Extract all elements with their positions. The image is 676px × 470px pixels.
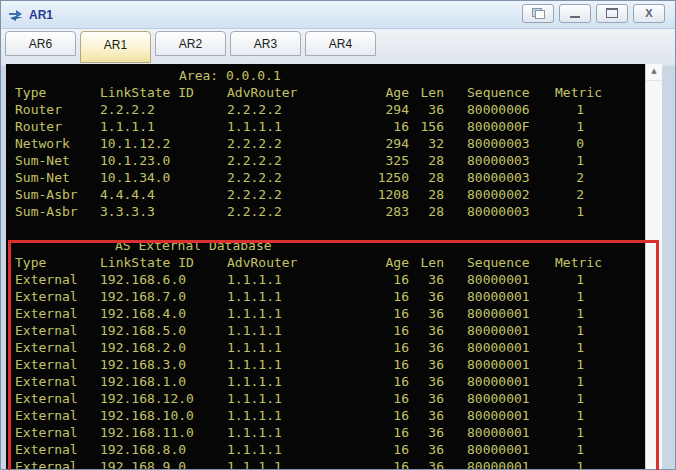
table-cell: 192.168.7.0 (100, 288, 186, 305)
table-cell: Router (15, 101, 62, 118)
table-cell: 16 (336, 441, 409, 458)
area-table-header: TypeLinkState IDAdvRouterAgeLenSequenceM… (6, 84, 646, 101)
tab-ar1[interactable]: AR1 (80, 31, 151, 63)
topmost-button[interactable] (522, 4, 554, 23)
table-cell: Metric (555, 254, 602, 271)
table-cell: External (15, 305, 78, 322)
table-cell: Network (15, 135, 70, 152)
table-cell: 28 (412, 186, 444, 203)
app-icon (8, 7, 24, 23)
external-table: External192.168.6.01.1.1.11636800000011E… (6, 271, 646, 469)
table-cell: 1.1.1.1 (227, 118, 282, 135)
table-cell: External (15, 288, 78, 305)
table-cell: 80000001 (467, 424, 530, 441)
table-cell: 2 (522, 169, 584, 186)
tab-bar: AR6 AR1 AR2 AR3 AR4 (1, 29, 675, 66)
table-cell: 10.1.12.2 (100, 135, 170, 152)
table-cell: 1 (522, 373, 584, 390)
tab-ar4[interactable]: AR4 (305, 31, 376, 56)
table-cell: 16 (336, 390, 409, 407)
tab-ar3[interactable]: AR3 (230, 31, 301, 56)
table-cell: 16 (336, 373, 409, 390)
table-row: External192.168.1.01.1.1.11636800000011 (6, 373, 646, 390)
table-cell: 1 (522, 203, 584, 220)
table-cell: 16 (336, 118, 409, 135)
layers-icon (532, 8, 545, 19)
table-row: External192.168.12.01.1.1.11636800000011 (6, 390, 646, 407)
area-table: Router2.2.2.22.2.2.229436800000061Router… (6, 101, 646, 220)
table-cell: 80000001 (467, 356, 530, 373)
table-cell: Sequence (467, 254, 530, 271)
table-cell: 2.2.2.2 (227, 186, 282, 203)
table-cell: 32 (412, 135, 444, 152)
table-cell: 1 (522, 118, 584, 135)
table-row: Network10.1.12.22.2.2.229432800000030 (6, 135, 646, 152)
scrollbar[interactable]: ▲ (645, 64, 662, 469)
table-cell: 1.1.1.1 (100, 118, 155, 135)
table-cell: 28 (412, 152, 444, 169)
table-cell: 1.1.1.1 (227, 322, 282, 339)
table-cell: LinkState ID (100, 84, 194, 101)
table-row: Router2.2.2.22.2.2.229436800000061 (6, 101, 646, 118)
table-cell: 16 (336, 305, 409, 322)
table-cell: 10.1.34.0 (100, 169, 170, 186)
scroll-up-arrow-icon[interactable]: ▲ (646, 64, 662, 81)
table-cell: 2.2.2.2 (100, 101, 155, 118)
table-cell: 1.1.1.1 (227, 424, 282, 441)
terminal-output[interactable]: Area: 0.0.0.1 TypeLinkState IDAdvRouterA… (6, 64, 662, 469)
table-cell: 294 (336, 101, 409, 118)
blank-line (6, 220, 646, 237)
table-cell: 36 (412, 458, 444, 469)
table-cell: 1 (522, 339, 584, 356)
table-cell: Router (15, 118, 62, 135)
minimize-button[interactable] (559, 4, 591, 23)
area-title: Area: 0.0.0.1 (179, 67, 281, 84)
external-title: AS External Database (115, 237, 272, 254)
table-cell: 16 (336, 339, 409, 356)
table-cell: 1 (522, 322, 584, 339)
close-icon: X (645, 8, 652, 19)
table-cell: 16 (336, 322, 409, 339)
table-cell: 1 (522, 390, 584, 407)
table-cell: External (15, 458, 78, 469)
table-cell: 28 (412, 169, 444, 186)
table-cell: 80000001 (467, 390, 530, 407)
table-row: External192.168.11.01.1.1.11636800000011 (6, 424, 646, 441)
maximize-button[interactable] (596, 4, 628, 23)
table-row: External192.168.9.01.1.1.11636800000011 (6, 458, 646, 469)
titlebar: AR1 X (1, 1, 675, 29)
table-cell: 80000001 (467, 305, 530, 322)
tab-ar2[interactable]: AR2 (155, 31, 226, 56)
table-row: Router1.1.1.11.1.1.1161568000000F1 (6, 118, 646, 135)
table-cell: 80000003 (467, 203, 530, 220)
tab-ar6[interactable]: AR6 (5, 31, 76, 56)
table-cell: 2.2.2.2 (227, 169, 282, 186)
table-row: External192.168.3.01.1.1.11636800000011 (6, 356, 646, 373)
table-cell: 16 (336, 271, 409, 288)
table-cell: 16 (336, 407, 409, 424)
table-row: External192.168.6.01.1.1.11636800000011 (6, 271, 646, 288)
table-cell: 1.1.1.1 (227, 288, 282, 305)
table-cell: 192.168.3.0 (100, 356, 186, 373)
table-cell: Sum-Net (15, 152, 70, 169)
table-cell: 192.168.10.0 (100, 407, 194, 424)
table-cell: External (15, 322, 78, 339)
table-cell: 1.1.1.1 (227, 339, 282, 356)
table-cell: External (15, 390, 78, 407)
table-cell: 80000001 (467, 407, 530, 424)
table-cell: 1.1.1.1 (227, 271, 282, 288)
table-cell: 1 (522, 271, 584, 288)
close-button[interactable]: X (633, 4, 665, 23)
terminal-content: Area: 0.0.0.1 TypeLinkState IDAdvRouterA… (6, 64, 646, 469)
table-cell: 1.1.1.1 (227, 305, 282, 322)
table-cell: 1 (522, 441, 584, 458)
table-cell: 36 (412, 407, 444, 424)
table-cell: 1 (522, 101, 584, 118)
table-cell: 192.168.6.0 (100, 271, 186, 288)
table-cell: Sequence (467, 84, 530, 101)
table-cell: 1.1.1.1 (227, 390, 282, 407)
table-cell: 16 (336, 288, 409, 305)
table-cell: External (15, 441, 78, 458)
table-cell: 2.2.2.2 (227, 152, 282, 169)
table-cell: 80000003 (467, 135, 530, 152)
